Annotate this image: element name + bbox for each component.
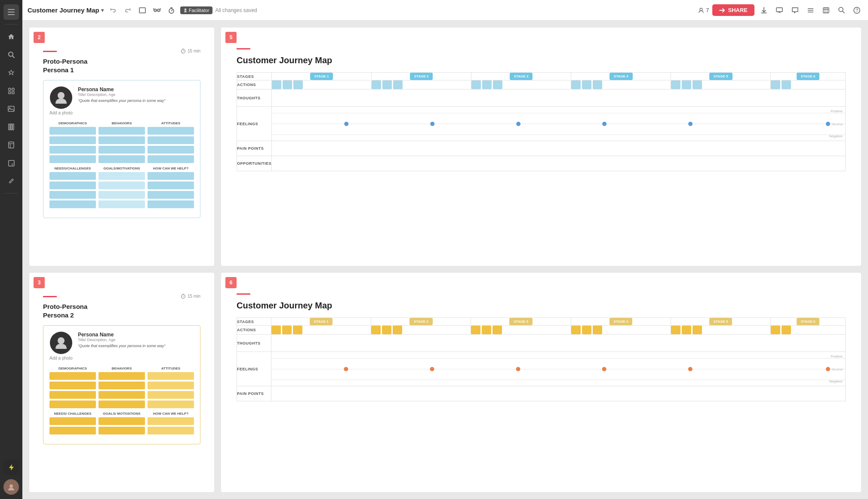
action-y3[interactable] <box>293 326 302 334</box>
action-y14[interactable] <box>682 326 691 334</box>
action-y13[interactable] <box>671 326 680 334</box>
sticky-y12[interactable] <box>148 400 194 408</box>
sticky-19[interactable] <box>98 191 145 199</box>
thoughts-content-6[interactable] <box>271 335 846 352</box>
action-y11[interactable] <box>582 326 591 334</box>
template-icon[interactable] <box>3 137 19 153</box>
action-y15[interactable] <box>693 326 702 334</box>
action-y2[interactable] <box>282 326 292 334</box>
sticky-5[interactable] <box>98 127 145 135</box>
sticky-4[interactable] <box>49 155 96 163</box>
stage-6-badge-5[interactable]: STAGE 6 <box>797 73 820 80</box>
list-view-button[interactable] <box>804 4 816 16</box>
sticky-y13[interactable] <box>49 417 96 425</box>
action-sticky-12[interactable] <box>593 80 602 89</box>
sticky-8[interactable] <box>98 155 145 163</box>
sticky-y16[interactable] <box>98 427 145 434</box>
action-sticky-9[interactable] <box>493 80 502 89</box>
stage-5-badge-6[interactable]: STAGE 5 <box>709 318 733 325</box>
action-sticky-3[interactable] <box>293 80 303 89</box>
menu-icon[interactable] <box>3 4 19 20</box>
stage-3-badge-5[interactable]: STAGE 3 <box>510 73 533 80</box>
frame-button[interactable] <box>136 4 148 16</box>
sticky-9[interactable] <box>148 127 194 135</box>
sticky-y18[interactable] <box>148 427 194 434</box>
opportunities-content-5[interactable] <box>272 156 846 171</box>
undo-button[interactable] <box>107 4 119 16</box>
sticky-y10[interactable] <box>148 382 194 389</box>
pain-points-content-6[interactable] <box>271 386 846 401</box>
stage-3-badge-6[interactable]: STAGE 3 <box>509 318 532 325</box>
sticky-2[interactable] <box>49 136 96 144</box>
action-y1[interactable] <box>271 326 281 334</box>
sticky-1[interactable] <box>49 127 96 135</box>
pen-icon[interactable] <box>3 173 19 189</box>
search-zoom-button[interactable] <box>835 4 847 16</box>
redo-button[interactable] <box>122 4 134 16</box>
stage-4-badge-5[interactable]: STAGE 4 <box>609 73 633 80</box>
stage-1-badge-5[interactable]: STAGE 1 <box>310 73 333 80</box>
sticky-23[interactable] <box>148 191 194 199</box>
home-icon[interactable] <box>3 29 19 44</box>
action-sticky-13[interactable] <box>671 80 680 89</box>
sticky-y5[interactable] <box>98 372 145 380</box>
stage-2-badge-5[interactable]: STAGE 2 <box>410 73 433 80</box>
pain-points-content-5[interactable] <box>272 141 846 156</box>
table-view-button[interactable] <box>820 4 832 16</box>
document-title[interactable]: Customer Journey Map ▾ <box>28 6 104 14</box>
thoughts-content-5[interactable] <box>272 89 846 107</box>
image-icon[interactable] <box>3 101 19 117</box>
action-y7[interactable] <box>471 326 480 334</box>
avatar[interactable] <box>3 479 19 495</box>
sticky-20[interactable] <box>98 200 145 208</box>
sticky-6[interactable] <box>98 136 145 144</box>
sticky-y9[interactable] <box>148 372 194 380</box>
sticky-16[interactable] <box>49 200 96 208</box>
action-sticky-7[interactable] <box>471 80 481 89</box>
action-y6[interactable] <box>393 326 402 334</box>
sticky-y2[interactable] <box>49 382 96 389</box>
sticky-y3[interactable] <box>49 391 96 399</box>
sticky-17[interactable] <box>98 172 145 180</box>
action-sticky-6[interactable] <box>393 80 403 89</box>
stage-5-badge-5[interactable]: STAGE 5 <box>709 73 733 80</box>
action-y17[interactable] <box>782 326 791 334</box>
sticky-10[interactable] <box>148 136 194 144</box>
sticky-21[interactable] <box>148 172 194 180</box>
sticky-24[interactable] <box>148 200 194 208</box>
sticky-22[interactable] <box>148 182 194 189</box>
action-y5[interactable] <box>382 326 391 334</box>
help-button[interactable]: ? <box>851 4 863 16</box>
grid-icon[interactable] <box>3 83 19 99</box>
sticky-y17[interactable] <box>148 417 194 425</box>
action-sticky-2[interactable] <box>283 80 292 89</box>
action-sticky-11[interactable] <box>582 80 591 89</box>
action-sticky-1[interactable] <box>272 80 281 89</box>
action-sticky-14[interactable] <box>682 80 691 89</box>
action-sticky-16[interactable] <box>771 80 780 89</box>
search-icon[interactable] <box>3 47 19 62</box>
library-icon[interactable] <box>3 119 19 135</box>
action-sticky-4[interactable] <box>372 80 381 89</box>
action-y8[interactable] <box>482 326 491 334</box>
sticky-15[interactable] <box>49 191 96 199</box>
sticky-y1[interactable] <box>49 372 96 380</box>
sticky-y4[interactable] <box>49 400 96 408</box>
action-sticky-8[interactable] <box>482 80 492 89</box>
action-y10[interactable] <box>571 326 581 334</box>
present-button[interactable] <box>773 4 785 16</box>
timer-button[interactable] <box>166 4 178 16</box>
action-sticky-10[interactable] <box>571 80 581 89</box>
sticky-y6[interactable] <box>98 382 145 389</box>
stage-4-badge-6[interactable]: STAGE 4 <box>609 318 633 325</box>
sticky-y15[interactable] <box>98 417 145 425</box>
sticky-14[interactable] <box>49 182 96 189</box>
star-icon[interactable] <box>3 65 19 80</box>
stage-2-badge-6[interactable]: STAGE 2 <box>409 318 433 325</box>
sticky-y8[interactable] <box>98 400 145 408</box>
sticky-3[interactable] <box>49 146 96 154</box>
sticky-18[interactable] <box>98 182 145 189</box>
action-sticky-15[interactable] <box>693 80 702 89</box>
share-button[interactable]: SHARE <box>712 4 754 16</box>
stage-6-badge-6[interactable]: STAGE 6 <box>797 318 820 325</box>
